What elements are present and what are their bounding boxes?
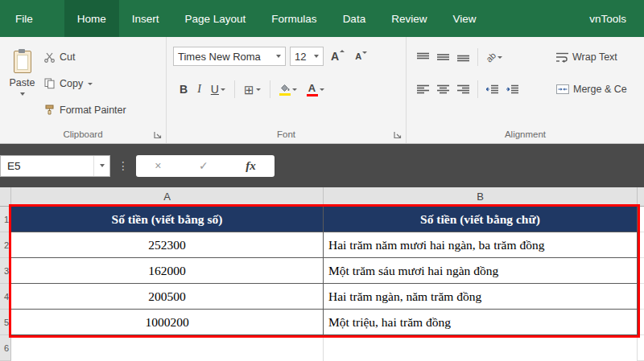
top-align-icon bbox=[417, 52, 429, 62]
dropdown-arrow-icon bbox=[100, 164, 105, 167]
italic-button[interactable]: I bbox=[192, 80, 206, 99]
decrease-font-size-button[interactable]: A bbox=[352, 50, 370, 63]
tab-insert[interactable]: Insert bbox=[119, 0, 172, 37]
cell-b3[interactable]: Một trăm sáu mươi hai ngàn đồng bbox=[324, 258, 638, 284]
cell-b1[interactable]: Số tiền (viết bằng chữ) bbox=[324, 207, 638, 232]
row-number-5[interactable]: 5 bbox=[0, 310, 11, 335]
top-align-button[interactable] bbox=[413, 49, 433, 65]
merge-center-icon bbox=[556, 84, 569, 94]
dropdown-arrow-icon bbox=[276, 55, 281, 58]
alignment-group-label: Alignment bbox=[407, 129, 644, 139]
cell-b5[interactable]: Một triệu, hai trăm đồng bbox=[324, 310, 638, 335]
insert-function-icon[interactable]: fx bbox=[246, 159, 256, 173]
empty-row: 6 bbox=[0, 335, 644, 361]
tab-data[interactable]: Data bbox=[330, 0, 379, 37]
font-color-button[interactable]: A bbox=[302, 80, 329, 99]
cut-button[interactable]: Cut bbox=[44, 47, 126, 68]
dropdown-arrow-icon bbox=[292, 88, 297, 91]
down-arrow-icon bbox=[362, 51, 367, 54]
align-left-icon bbox=[417, 84, 429, 94]
middle-align-button[interactable] bbox=[433, 49, 453, 65]
increase-indent-icon bbox=[506, 84, 518, 94]
row-number-2[interactable]: 2 bbox=[0, 232, 11, 258]
increase-indent-button[interactable] bbox=[502, 81, 522, 97]
cell-sliver[interactable] bbox=[638, 207, 644, 232]
cell-a3[interactable]: 162000 bbox=[11, 258, 324, 284]
cell-b2[interactable]: Hai trăm năm mươi hai ngàn, ba trăm đồng bbox=[324, 232, 638, 258]
cell-sliver[interactable] bbox=[638, 284, 644, 310]
orientation-button[interactable]: ab bbox=[482, 50, 506, 65]
merge-center-label: Merge & Ce bbox=[573, 84, 627, 95]
tab-home[interactable]: Home bbox=[64, 0, 119, 37]
column-header-row: A B bbox=[0, 187, 644, 207]
font-size-combo[interactable]: 12 bbox=[290, 47, 324, 66]
tab-vntools[interactable]: vnTools bbox=[576, 0, 644, 37]
cell-sliver[interactable] bbox=[638, 335, 644, 361]
decrease-indent-button[interactable] bbox=[482, 81, 502, 97]
fill-color-icon bbox=[279, 84, 291, 96]
cell-sliver[interactable] bbox=[638, 232, 644, 258]
format-painter-label: Format Painter bbox=[60, 105, 126, 116]
clipboard-dialog-launcher-icon[interactable] bbox=[154, 131, 162, 139]
bold-label: B bbox=[180, 83, 188, 96]
cell-sliver[interactable] bbox=[638, 258, 644, 284]
paste-label: Paste bbox=[10, 77, 35, 88]
row-number-3[interactable]: 3 bbox=[0, 258, 11, 284]
copy-button[interactable]: Copy bbox=[44, 73, 126, 94]
fill-color-button[interactable] bbox=[275, 80, 302, 99]
separator bbox=[477, 48, 478, 66]
font-dialog-launcher-icon[interactable] bbox=[394, 131, 402, 139]
cell-b6[interactable] bbox=[324, 335, 638, 361]
align-left-button[interactable] bbox=[413, 81, 433, 97]
cell-sliver[interactable] bbox=[638, 310, 644, 335]
font-name-combo[interactable]: Times New Roma bbox=[173, 47, 286, 66]
tab-page-layout[interactable]: Page Layout bbox=[172, 0, 259, 37]
enter-icon[interactable]: ✓ bbox=[199, 159, 208, 172]
dropdown-arrow-icon bbox=[20, 92, 25, 96]
name-box[interactable]: E5 bbox=[0, 155, 110, 177]
select-all-corner[interactable] bbox=[0, 187, 11, 206]
bottom-align-button[interactable] bbox=[453, 49, 473, 65]
column-header-a[interactable]: A bbox=[11, 187, 324, 206]
tab-file[interactable]: File bbox=[0, 0, 48, 37]
grow-font-icon: A bbox=[331, 50, 339, 63]
paste-button[interactable]: Paste bbox=[3, 43, 41, 125]
wrap-text-label: Wrap Text bbox=[572, 51, 617, 63]
cell-b4[interactable]: Hai trăm ngàn, năm trăm đồng bbox=[324, 284, 638, 310]
borders-button[interactable]: ⊞ bbox=[239, 80, 266, 99]
cancel-icon[interactable]: × bbox=[155, 159, 161, 172]
formula-bar-resize-handle[interactable]: ⋮ bbox=[118, 159, 129, 172]
row-number-6[interactable]: 6 bbox=[0, 335, 11, 361]
italic-label: I bbox=[197, 83, 201, 96]
increase-font-size-button[interactable]: A bbox=[328, 48, 348, 64]
tab-formulas[interactable]: Formulas bbox=[258, 0, 329, 37]
dropdown-arrow-icon bbox=[221, 88, 225, 91]
column-header-b[interactable]: B bbox=[324, 187, 638, 206]
row-number-1[interactable]: 1 bbox=[0, 207, 11, 232]
table-row: 5 1000200 Một triệu, hai trăm đồng bbox=[0, 310, 644, 335]
wrap-text-button[interactable]: Wrap Text bbox=[556, 51, 617, 63]
font-group-label: Font bbox=[167, 129, 406, 139]
cell-a2[interactable]: 252300 bbox=[11, 232, 324, 258]
up-arrow-icon bbox=[340, 50, 345, 52]
underline-button[interactable]: U bbox=[206, 80, 230, 99]
merge-center-button[interactable]: Merge & Ce bbox=[556, 84, 627, 95]
name-box-dropdown[interactable] bbox=[93, 156, 109, 176]
font-group: Times New Roma 12 A A B I U ⊞ bbox=[167, 37, 407, 143]
bold-button[interactable]: B bbox=[175, 80, 192, 99]
align-right-button[interactable] bbox=[453, 81, 473, 97]
align-center-button[interactable] bbox=[433, 81, 453, 97]
cell-a4[interactable]: 200500 bbox=[11, 284, 324, 310]
tab-view[interactable]: View bbox=[440, 0, 489, 37]
cell-a5[interactable]: 1000200 bbox=[11, 310, 324, 335]
font-name-value: Times New Roma bbox=[178, 51, 261, 63]
ribbon: Paste Cut Copy Format Painter Clipboard bbox=[0, 37, 644, 144]
format-painter-button[interactable]: Format Painter bbox=[44, 100, 126, 121]
middle-align-icon bbox=[437, 52, 449, 62]
alignment-group: ab Wrap Text Merge & Ce Alignment bbox=[407, 37, 644, 143]
cell-a1[interactable]: Số tiền (viết bằng số) bbox=[11, 207, 324, 232]
cell-a6[interactable] bbox=[11, 335, 324, 361]
tab-review[interactable]: Review bbox=[378, 0, 440, 37]
decrease-indent-icon bbox=[486, 84, 498, 94]
row-number-4[interactable]: 4 bbox=[0, 284, 11, 310]
